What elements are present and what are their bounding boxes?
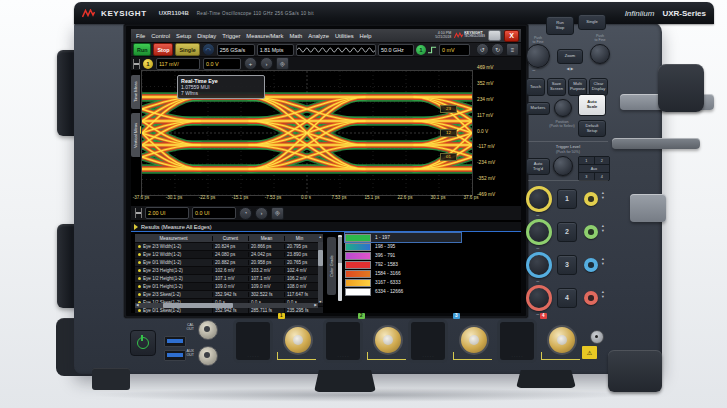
color-grade-scrollbar[interactable] [338,235,342,301]
results-table[interactable]: MeasurementCurrentMeanMinEye 2/3 Width(1… [134,233,324,309]
legend-row[interactable]: 792 - 1583 [345,260,461,269]
bandwidth-wave-icon[interactable] [296,44,376,56]
legend-row[interactable]: 1 - 197 [345,233,461,242]
col-header-mean[interactable]: Mean [249,236,285,241]
channel1-offset-knob[interactable] [584,192,598,206]
trig-select-2[interactable]: 2 [595,157,610,164]
horizontal-position-field[interactable]: 0.0 UI [192,207,236,219]
menu-item-help[interactable]: Help [360,33,372,39]
stop-button[interactable]: Stop [153,43,173,56]
menu-item-measuremark[interactable]: Measure/Mark [246,33,283,39]
trig-select-3[interactable]: 3 [579,173,594,180]
horizontal-exit-icon[interactable]: ⎆ [271,207,284,220]
markers-knob[interactable] [554,99,572,117]
results-vscroll-thumb[interactable] [318,250,323,266]
touch-key[interactable]: Touch [526,78,545,96]
channel2-offset-knob[interactable] [584,225,598,239]
menu-item-control[interactable]: Control [151,33,170,39]
legend-row[interactable]: 3167 - 6333 [345,278,461,287]
sample-rate-field[interactable]: 256 GSa/s [217,44,255,56]
horizontal-scale-field[interactable]: 2.00 UI [145,207,189,219]
bandwidth-field[interactable]: 50.0 GHz [378,44,414,56]
default-setup-key[interactable]: Default Setup [578,120,606,137]
trig-select-4[interactable]: 4 [595,173,610,180]
save-screen-key[interactable]: Save Screen [547,78,566,96]
expand-icon[interactable]: › [260,57,273,70]
run-stop-key[interactable]: Run Stop [546,16,574,35]
trig-select-aux[interactable]: Aux [579,165,609,172]
tab-color-grade[interactable]: Color Grade [327,237,336,295]
zoom-key[interactable]: Zoom [557,49,583,64]
results-vscrollbar[interactable]: ▲ ▼ [318,242,323,303]
minimize-button[interactable] [488,30,501,41]
table-row[interactable]: Eye 0/1 Width(1-2)20.882 ps20.958 ps20.7… [135,259,323,267]
table-row[interactable]: Eye 2/3 Width(1-2)20.824 ps20.866 ps20.7… [135,243,323,251]
touch-icon[interactable]: ◠ [202,43,215,56]
trig-select-1[interactable]: 1 [579,157,594,164]
menu-item-display[interactable]: Display [197,33,216,39]
legend-row[interactable]: 6334 - 12666 [345,287,461,296]
auto-trigd-key[interactable]: Auto Trig'd [526,158,550,175]
channel3-offset-knob[interactable] [584,258,598,272]
menu-item-analyze[interactable]: Analyze [308,33,329,39]
results-hscrollbar[interactable]: ◀ ▶ [135,303,318,308]
horizontal-slider-icon[interactable] [135,208,142,218]
results-hscroll-thumb[interactable] [163,303,233,308]
menu-item-setup[interactable]: Setup [176,33,191,39]
table-row[interactable]: Eye 1/2 Height(1-2)107.1 mV107.1 mV106.2… [135,275,323,283]
power-button[interactable] [130,330,156,356]
menu-item-file[interactable]: File [136,33,145,39]
channel1-key[interactable]: 1 [557,189,577,209]
legend-row[interactable]: 198 - 395 [345,242,461,251]
horizontal-options-icon[interactable]: ◔ [239,207,252,220]
results-header[interactable]: Results (Measure All Edges) [131,222,521,232]
col-header-measurement[interactable]: Measurement [135,236,213,241]
single-key[interactable]: Single [578,14,606,30]
undo-icon[interactable]: ↺ [476,43,489,56]
channel1-scale-knob[interactable] [526,186,552,212]
single-button[interactable]: Single [175,43,199,56]
col-header-current[interactable]: Current [213,236,249,241]
table-row[interactable]: Eye 1/2 Width(1-2)24.080 ps24.042 ps23.8… [135,251,323,259]
channel2-scale-knob[interactable] [526,219,552,245]
run-button[interactable]: Run [133,43,151,56]
legend-row[interactable]: 396 - 791 [345,251,461,260]
trigger-level-knob[interactable] [553,156,573,176]
horizontal-expand-icon[interactable]: › [255,207,268,220]
channel4-scale-knob[interactable] [526,285,552,311]
memory-depth-field[interactable]: 1.81 Mpts [257,44,294,56]
tab-vertical-meas[interactable]: Vertical Meas [131,113,140,157]
menu-item-math[interactable]: Math [289,33,302,39]
trigger-source-badge[interactable]: 1 [416,45,426,55]
exit-icon[interactable]: ⎆ [276,57,289,70]
channel4-key[interactable]: 4 [557,288,577,308]
vertical-slider-icon[interactable] [133,59,140,69]
tab-time-meas[interactable]: Time Meas [131,75,140,109]
channel1-scale-field[interactable]: 117 mV/ [156,58,200,70]
legend-row[interactable]: 1584 - 3166 [345,269,461,278]
add-channel-icon[interactable]: + [244,57,257,70]
channel2-number-chip: 2 [358,313,365,319]
trigger-level-field[interactable]: 0 mV [439,44,470,56]
menu-item-trigger[interactable]: Trigger [222,33,240,39]
table-row[interactable]: Eye 2/3 Height(1-2)102.6 mV103.2 mV102.4… [135,267,323,275]
menu-item-utilities[interactable]: Utilities [335,33,354,39]
waveform-area[interactable]: Real-Time Eye 1.07559 MUI 7 Wfms 231201 [141,70,473,196]
markers-key[interactable]: Markers [526,102,550,115]
channel1-offset-field[interactable]: 0.0 V [203,58,241,70]
redo-icon[interactable]: ↻ [491,43,504,56]
results-collapse-icon[interactable] [134,224,138,230]
table-row[interactable]: Eye 2/3 Skew(1-2)352.942 fs302.522 fs117… [135,291,323,299]
col-header-min[interactable]: Min [285,236,314,241]
horizontal-position-knob[interactable] [590,44,610,64]
table-row[interactable]: Eye 0/1 Height(1-2)109.0 mV109.0 mV108.0… [135,283,323,291]
channel4-offset-knob[interactable] [584,291,598,305]
channel3-key[interactable]: 3 [557,255,577,275]
channel1-badge[interactable]: 1 [143,59,153,69]
close-button[interactable]: X [504,30,519,42]
channel2-key[interactable]: 2 [557,222,577,242]
horizontal-scale-knob[interactable] [526,44,550,68]
toolbar-more-icon[interactable]: ≡ [506,43,519,56]
channel3-scale-knob[interactable] [526,252,552,278]
auto-scale-key[interactable]: Auto Scale [578,94,606,116]
